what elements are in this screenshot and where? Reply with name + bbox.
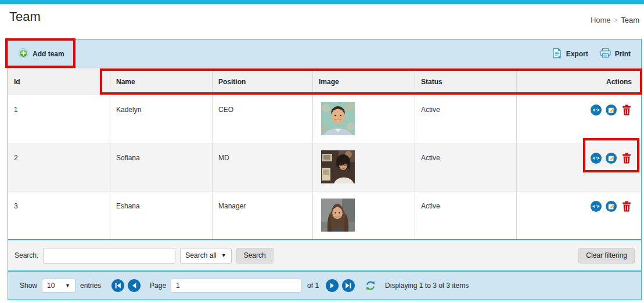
page-of-label: of 1 xyxy=(307,282,319,290)
add-team-button[interactable]: Add team xyxy=(19,48,64,60)
member-photo xyxy=(321,199,355,232)
cell-status: Active xyxy=(415,143,516,191)
breadcrumb-current: Team xyxy=(621,16,639,24)
entries-label: entries xyxy=(80,282,101,290)
clear-filtering-button[interactable]: Clear filtering xyxy=(578,248,635,264)
delete-button[interactable] xyxy=(621,153,632,164)
add-team-label: Add team xyxy=(33,50,64,58)
member-photo xyxy=(321,150,355,183)
breadcrumb-separator: > xyxy=(614,16,618,24)
pagination-bar: Show 10 ▼ entries Page of 1 xyxy=(8,270,641,300)
column-header-position[interactable]: Position xyxy=(212,68,312,95)
page-label: Page xyxy=(150,282,166,290)
print-icon xyxy=(600,48,611,60)
page-title: Team xyxy=(9,9,41,24)
add-icon xyxy=(19,48,28,60)
breadcrumb-home-link[interactable]: Home xyxy=(591,16,611,24)
search-label: Search: xyxy=(15,251,38,259)
table-header-row: Id Name Position Image Status Actions xyxy=(8,68,641,95)
member-photo xyxy=(321,102,355,135)
entries-value: 10 xyxy=(47,282,55,290)
cell-actions xyxy=(516,143,641,191)
export-label: Export xyxy=(566,50,588,58)
column-header-name[interactable]: Name xyxy=(110,68,212,95)
cell-image xyxy=(312,143,415,191)
show-label: Show xyxy=(20,282,37,290)
column-header-actions: Actions xyxy=(516,68,641,95)
view-button[interactable] xyxy=(591,104,602,116)
delete-button[interactable] xyxy=(621,201,632,212)
refresh-icon[interactable] xyxy=(365,280,376,291)
delete-button[interactable] xyxy=(621,104,632,116)
cell-actions xyxy=(516,192,641,239)
first-page-button[interactable] xyxy=(111,279,124,292)
next-page-button[interactable] xyxy=(326,279,339,292)
cell-name: Kadelyn xyxy=(110,95,212,143)
print-label: Print xyxy=(615,50,631,58)
search-scope-select[interactable]: Search all ▼ xyxy=(180,248,231,264)
breadcrumb: Home>Team xyxy=(591,16,639,24)
cell-name: Sofiana xyxy=(110,143,212,191)
search-input[interactable] xyxy=(43,248,175,264)
cell-position: MD xyxy=(212,143,312,191)
cell-name: Eshana xyxy=(110,192,212,239)
entries-select[interactable]: 10 ▼ xyxy=(42,279,75,293)
search-bar: Search: Search all ▼ Search Clear filter… xyxy=(8,239,641,270)
chevron-down-icon: ▼ xyxy=(221,252,226,258)
prev-page-button[interactable] xyxy=(128,279,141,292)
top-accent-bar xyxy=(0,0,644,4)
cell-actions xyxy=(516,95,641,143)
team-panel: Add team Export xyxy=(8,39,642,300)
search-scope-value: Search all xyxy=(185,251,216,259)
cell-position: CEO xyxy=(212,95,312,143)
column-header-id[interactable]: Id xyxy=(8,68,110,95)
view-button[interactable] xyxy=(591,201,602,212)
column-header-status[interactable]: Status xyxy=(415,68,516,95)
export-icon xyxy=(552,48,562,60)
cell-image xyxy=(312,192,415,239)
last-page-button[interactable] xyxy=(342,279,355,292)
cell-position: Manager xyxy=(212,192,312,239)
cell-status: Active xyxy=(415,95,516,143)
table-row: 2 Sofiana MD Active xyxy=(8,143,641,191)
print-button[interactable]: Print xyxy=(600,48,631,60)
view-button[interactable] xyxy=(591,153,602,164)
page-number-input[interactable] xyxy=(171,279,301,293)
column-header-image[interactable]: Image xyxy=(312,68,415,95)
cell-status: Active xyxy=(415,192,516,239)
chevron-down-icon: ▼ xyxy=(65,283,70,288)
edit-button[interactable] xyxy=(606,153,617,164)
edit-button[interactable] xyxy=(606,104,617,116)
pagination-status-text: Displaying 1 to 3 of 3 items xyxy=(385,282,469,290)
cell-id: 3 xyxy=(8,192,110,239)
table-row: 3 Eshana Manager Active xyxy=(8,191,641,239)
export-button[interactable]: Export xyxy=(552,48,588,60)
cell-id: 1 xyxy=(8,95,110,143)
edit-button[interactable] xyxy=(606,201,617,212)
search-button[interactable]: Search xyxy=(236,248,274,264)
table-toolbar: Add team Export xyxy=(8,39,641,68)
cell-image xyxy=(312,95,415,143)
table-row: 1 Kadelyn CEO Active xyxy=(8,95,641,143)
cell-id: 2 xyxy=(8,143,110,191)
